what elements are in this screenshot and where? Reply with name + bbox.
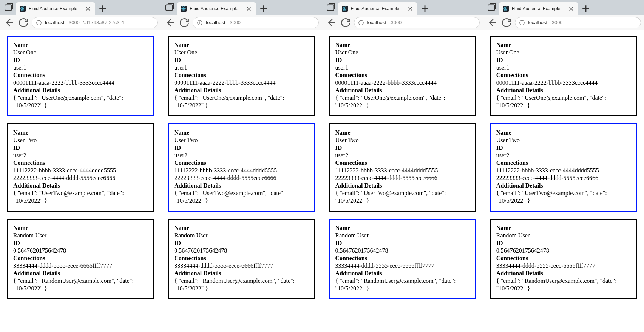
browser-tab[interactable]: Fluid Audience Example — [177, 2, 256, 15]
svg-point-5 — [22, 8, 23, 9]
close-icon[interactable] — [85, 5, 91, 12]
svg-point-26 — [505, 8, 506, 9]
browser-window: Fluid Audience Examplelocalhost:3000/#f1… — [0, 0, 161, 332]
user-card[interactable]: NameUser TwoIDuser2Connections11112222-b… — [7, 123, 154, 212]
address-bar[interactable]: localhost:3000 — [354, 17, 480, 28]
site-info-icon[interactable] — [197, 20, 203, 26]
label-name: Name — [335, 129, 469, 137]
browser-tab[interactable]: Fluid Audience Example — [338, 2, 417, 15]
value-connection: 33334444-dddd-5555-eeee-6666ffff7777 — [174, 262, 308, 270]
label-additional-details: Additional Details — [335, 87, 469, 94]
site-info-icon[interactable] — [358, 20, 364, 26]
tab-strip: Fluid Audience Example — [0, 0, 161, 15]
value-name: Random User — [174, 232, 308, 239]
value-id: user1 — [174, 64, 308, 71]
label-name: Name — [335, 224, 469, 232]
label-id: ID — [13, 239, 147, 247]
back-button[interactable] — [325, 17, 337, 29]
site-info-icon[interactable] — [36, 20, 42, 26]
value-additional-details: { "email": "RandomUser@example.com", "da… — [174, 277, 308, 292]
address-port: :3000 — [229, 20, 241, 25]
new-tab-button[interactable] — [420, 3, 430, 14]
label-name: Name — [496, 129, 631, 137]
value-connection: 22223333-cccc-4444-dddd-5555eeee6666 — [13, 174, 147, 182]
svg-rect-7 — [166, 5, 173, 11]
browser-window: Fluid Audience Examplelocalhost:3000Name… — [483, 0, 644, 332]
value-id: user1 — [496, 64, 631, 71]
svg-rect-0 — [5, 5, 12, 11]
back-button[interactable] — [3, 17, 15, 29]
tab-actions-icon[interactable] — [164, 2, 175, 13]
address-host: localhost — [45, 20, 64, 25]
page-content: NameUser OneIDuser1Connections00001111-a… — [161, 30, 321, 332]
address-bar[interactable]: localhost:3000 — [515, 17, 641, 28]
close-icon[interactable] — [568, 5, 575, 12]
user-card[interactable]: NameRandom UserID0.5647620175642478Conne… — [490, 219, 637, 299]
back-button[interactable] — [164, 17, 176, 29]
label-connections: Connections — [174, 159, 308, 167]
value-id: user1 — [335, 64, 469, 71]
value-name: User One — [335, 49, 469, 56]
address-bar[interactable]: localhost:3000 — [193, 17, 318, 28]
address-port: :3000 — [550, 20, 563, 25]
label-id: ID — [174, 144, 308, 152]
user-card[interactable]: NameRandom UserID0.5647620175642478Conne… — [7, 219, 154, 299]
label-connections: Connections — [174, 254, 308, 262]
site-info-icon[interactable] — [519, 20, 525, 26]
svg-rect-21 — [488, 5, 495, 11]
tab-strip: Fluid Audience Example — [161, 0, 321, 15]
value-name: User One — [496, 49, 631, 56]
label-additional-details: Additional Details — [174, 270, 308, 277]
label-id: ID — [496, 239, 631, 247]
value-connection: 22223333-cccc-4444-dddd-5555eeee6666 — [496, 174, 631, 182]
label-connections: Connections — [496, 71, 631, 79]
react-icon — [181, 6, 187, 12]
tab-title: Fluid Audience Example — [29, 6, 82, 11]
user-card[interactable]: NameUser OneIDuser1Connections00001111-a… — [490, 36, 637, 116]
value-connection: 11112222-bbbb-3333-cccc-4444dddd5555 — [13, 167, 147, 174]
user-card[interactable]: NameUser OneIDuser1Connections00001111-a… — [7, 36, 154, 116]
label-name: Name — [496, 224, 631, 232]
user-card[interactable]: NameUser TwoIDuser2Connections11112222-b… — [168, 123, 315, 212]
address-bar[interactable]: localhost:3000/#f1798a87-27c3-4 — [32, 17, 158, 28]
user-card[interactable]: NameUser TwoIDuser2Connections11112222-b… — [490, 123, 637, 212]
browser-tab[interactable]: Fluid Audience Example — [499, 2, 578, 15]
tab-strip: Fluid Audience Example — [483, 0, 644, 15]
back-button[interactable] — [486, 17, 498, 29]
value-additional-details: { "email": "UserOne@example.com", "date"… — [496, 94, 631, 109]
value-name: Random User — [496, 232, 631, 239]
user-card[interactable]: NameRandom UserID0.5647620175642478Conne… — [329, 219, 476, 299]
tab-actions-icon[interactable] — [325, 2, 337, 13]
tab-title: Fluid Audience Example — [512, 6, 565, 11]
user-card[interactable]: NameUser OneIDuser1Connections00001111-a… — [329, 36, 476, 116]
refresh-button[interactable] — [340, 17, 352, 29]
value-name: User Two — [496, 137, 631, 144]
tab-actions-icon[interactable] — [486, 2, 497, 13]
user-card[interactable]: NameUser TwoIDuser2Connections11112222-b… — [329, 123, 476, 212]
label-name: Name — [13, 41, 147, 49]
label-additional-details: Additional Details — [13, 182, 147, 189]
refresh-button[interactable] — [178, 17, 190, 29]
label-additional-details: Additional Details — [174, 87, 308, 94]
page-content: NameUser OneIDuser1Connections00001111-a… — [483, 30, 644, 332]
tab-actions-icon[interactable] — [3, 2, 14, 13]
value-id: 0.5647620175642478 — [335, 247, 469, 254]
tab-title: Fluid Audience Example — [351, 6, 404, 11]
value-additional-details: { "email": "UserOne@example.com", "date"… — [335, 94, 469, 109]
value-additional-details: { "email": "RandomUser@example.com", "da… — [496, 277, 631, 292]
new-tab-button[interactable] — [258, 3, 269, 14]
close-icon[interactable] — [407, 5, 414, 12]
user-card[interactable]: NameRandom UserID0.5647620175642478Conne… — [168, 219, 315, 299]
refresh-button[interactable] — [17, 17, 29, 29]
new-tab-button[interactable] — [581, 3, 591, 14]
label-id: ID — [13, 56, 147, 64]
browser-tab[interactable]: Fluid Audience Example — [16, 2, 95, 15]
page-content: NameUser OneIDuser1Connections00001111-a… — [0, 30, 161, 332]
value-connection: 22223333-cccc-4444-dddd-5555eeee6666 — [174, 174, 308, 182]
value-connection: 22223333-cccc-4444-dddd-5555eeee6666 — [335, 174, 469, 182]
value-additional-details: { "email": "RandomUser@example.com", "da… — [335, 277, 469, 292]
close-icon[interactable] — [246, 5, 252, 12]
new-tab-button[interactable] — [97, 3, 108, 14]
user-card[interactable]: NameUser OneIDuser1Connections00001111-a… — [168, 36, 315, 116]
refresh-button[interactable] — [500, 17, 513, 29]
